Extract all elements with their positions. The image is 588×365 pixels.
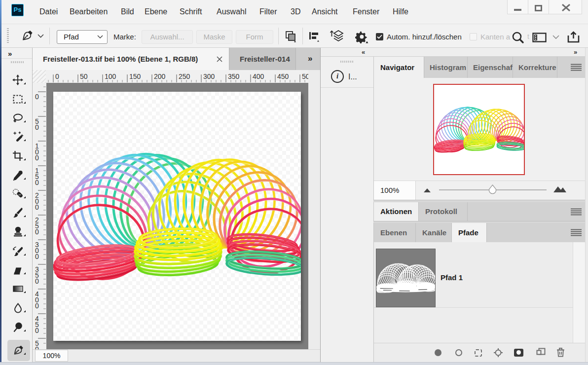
svg-text:0: 0 bbox=[35, 277, 39, 285]
svg-text:150: 150 bbox=[129, 73, 141, 80]
svg-text:0: 0 bbox=[55, 73, 59, 80]
svg-text:0: 0 bbox=[35, 302, 39, 310]
svg-text:250: 250 bbox=[179, 73, 190, 80]
svg-text:0: 0 bbox=[35, 203, 39, 211]
svg-text:0: 0 bbox=[35, 179, 39, 186]
svg-text:0: 0 bbox=[35, 345, 39, 349]
svg-text:0: 0 bbox=[35, 228, 39, 236]
svg-text:450: 450 bbox=[277, 73, 289, 80]
svg-text:0: 0 bbox=[35, 154, 39, 162]
svg-text:0: 0 bbox=[35, 123, 39, 131]
svg-text:350: 350 bbox=[228, 73, 240, 80]
svg-text:0: 0 bbox=[35, 93, 39, 101]
svg-text:100: 100 bbox=[105, 73, 116, 80]
svg-text:500: 500 bbox=[302, 73, 308, 80]
svg-text:400: 400 bbox=[253, 73, 264, 80]
svg-text:50: 50 bbox=[80, 73, 88, 80]
svg-text:0: 0 bbox=[35, 327, 39, 334]
svg-text:300: 300 bbox=[203, 73, 215, 80]
svg-text:0: 0 bbox=[35, 253, 39, 260]
svg-text:200: 200 bbox=[154, 73, 166, 80]
